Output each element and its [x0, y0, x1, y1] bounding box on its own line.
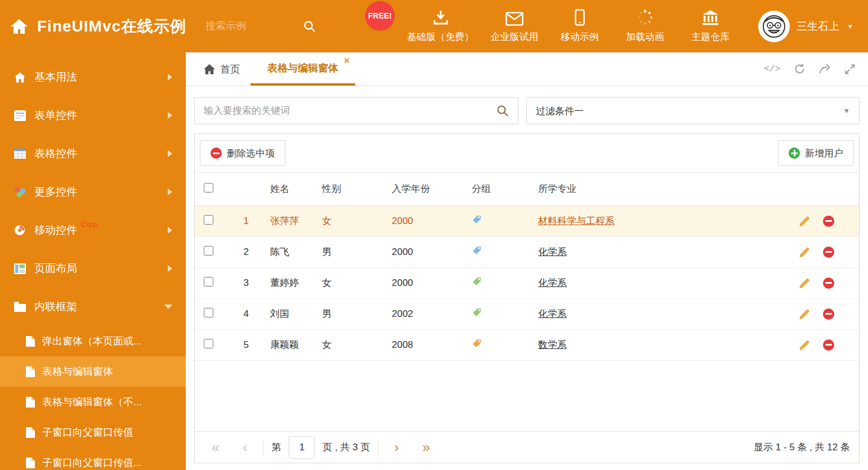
- chevron-right-icon: [168, 74, 172, 80]
- last-page-button[interactable]: »: [414, 441, 437, 454]
- top-header: FineUIMvc在线示例 FREE! 基础版（免费） 企业版试用: [0, 0, 868, 52]
- user-menu[interactable]: 三生石上 ▼: [758, 11, 853, 42]
- sidebar-item-table-controls[interactable]: 表格控件: [0, 135, 186, 173]
- form-icon: [14, 109, 26, 122]
- page-total-label: 页 , 共 3 页: [323, 441, 370, 454]
- file-icon: [26, 336, 35, 347]
- major-link[interactable]: 数学系: [538, 339, 567, 350]
- loading-icon: [637, 9, 654, 26]
- table-row[interactable]: 2 陈飞 男 2000 化学系: [195, 236, 859, 267]
- nav-item-basic-free[interactable]: FREE! 基础版（免费）: [363, 0, 482, 52]
- chevron-right-icon: [168, 150, 172, 157]
- delete-icon[interactable]: [823, 216, 834, 227]
- envelope-icon: [505, 9, 524, 26]
- header-nav: FREE! 基础版（免费） 企业版试用 移动示例: [363, 0, 743, 52]
- nav-label: 基础版（免费）: [407, 30, 474, 43]
- row-number: 2: [223, 236, 252, 267]
- sidebar-subitem-label: 子窗口向父窗口传值...: [42, 456, 142, 469]
- table-row[interactable]: 1 张萍萍 女 2000 材料科学与工程系: [195, 205, 859, 236]
- row-checkbox[interactable]: [204, 246, 213, 256]
- search-icon[interactable]: [496, 105, 509, 117]
- major-link[interactable]: 化学系: [538, 247, 567, 257]
- major-link[interactable]: 化学系: [538, 277, 567, 288]
- edit-icon[interactable]: [798, 215, 811, 227]
- delete-selected-button[interactable]: 删除选中项: [200, 140, 285, 166]
- sidebar-subitem-grid-edit-window-alt[interactable]: 表格与编辑窗体（不...: [0, 387, 186, 417]
- chevron-right-icon: [168, 227, 172, 234]
- cell-year: 2000: [392, 205, 472, 236]
- delete-icon[interactable]: [823, 339, 834, 351]
- sidebar: 基本用法 表单控件 表格控件 更多控件: [0, 52, 186, 470]
- edit-icon[interactable]: [798, 308, 811, 320]
- sidebar-item-label: 页面布局: [34, 261, 77, 276]
- sidebar-item-form-controls[interactable]: 表单控件: [0, 96, 186, 135]
- edit-icon[interactable]: [798, 246, 811, 258]
- app-title: FineUIMvc在线示例: [37, 16, 186, 37]
- layout-icon: [14, 262, 26, 275]
- edit-icon[interactable]: [798, 277, 811, 289]
- keyword-search-box: [194, 97, 518, 124]
- sidebar-subitem-label: 子窗口向父窗口传值: [42, 426, 133, 439]
- mobile-icon: [575, 9, 585, 26]
- cell-year: 2000: [392, 236, 472, 267]
- file-icon: [26, 427, 35, 438]
- nav-item-loading-animation[interactable]: 加载动画: [612, 0, 678, 52]
- row-checkbox[interactable]: [204, 308, 213, 317]
- keyword-search-input[interactable]: [204, 105, 496, 117]
- major-link[interactable]: 化学系: [538, 308, 567, 319]
- select-all-checkbox[interactable]: [204, 183, 213, 193]
- tab-home[interactable]: 首页: [194, 52, 250, 86]
- brand[interactable]: FineUIMvc在线示例: [10, 16, 186, 37]
- expand-icon[interactable]: [844, 64, 856, 75]
- sidebar-subitem-grid-edit-window[interactable]: 表格与编辑窗体: [0, 356, 186, 387]
- add-user-button[interactable]: 新增用户: [778, 140, 854, 166]
- sidebar-item-page-layout[interactable]: 页面布局: [0, 249, 186, 288]
- next-page-button[interactable]: ›: [386, 441, 406, 454]
- file-icon: [26, 458, 35, 468]
- cell-gender: 女: [322, 205, 392, 236]
- main-content: 首页 表格与编辑窗体 × </>: [186, 52, 868, 470]
- nav-item-enterprise-trial[interactable]: 企业版试用: [482, 0, 547, 52]
- edit-icon[interactable]: [798, 339, 811, 351]
- table-row[interactable]: 4 刘国 男 2002 化学系: [195, 298, 859, 329]
- page-number-input[interactable]: [289, 436, 315, 459]
- row-checkbox[interactable]: [204, 339, 213, 348]
- column-group: 分组: [472, 173, 538, 205]
- first-page-button[interactable]: «: [204, 441, 227, 454]
- cell-gender: 男: [322, 298, 392, 329]
- sidebar-subitem-child-to-parent[interactable]: 子窗口向父窗口传值: [0, 417, 186, 447]
- sidebar-item-iframe[interactable]: 内联框架: [0, 288, 186, 326]
- prev-page-button[interactable]: ‹: [235, 441, 255, 454]
- sidebar-item-label: 移动控件: [34, 223, 77, 238]
- delete-icon[interactable]: [823, 277, 834, 289]
- tag-icon: [472, 338, 482, 348]
- table-row[interactable]: 5 康颖颖 女 2008 数学系: [195, 329, 859, 360]
- filter-dropdown[interactable]: 过滤条件一 ▼: [526, 97, 860, 124]
- close-icon[interactable]: ×: [344, 56, 350, 65]
- delete-button-label: 删除选中项: [227, 147, 275, 160]
- cell-gender: 女: [322, 267, 392, 298]
- delete-icon[interactable]: [823, 308, 834, 320]
- header-search: [205, 20, 335, 33]
- major-link[interactable]: 材料科学与工程系: [538, 216, 615, 226]
- row-checkbox[interactable]: [204, 277, 213, 287]
- delete-icon[interactable]: [823, 247, 834, 258]
- header-search-input[interactable]: [205, 20, 296, 32]
- search-icon[interactable]: [303, 20, 316, 33]
- code-icon[interactable]: </>: [764, 64, 780, 74]
- sidebar-item-more-controls[interactable]: 更多控件: [0, 173, 186, 211]
- row-checkbox[interactable]: [204, 215, 213, 225]
- sidebar-item-mobile-controls[interactable]: 移动控件 Corp.: [0, 211, 186, 249]
- data-table: 姓名 性别 入学年份 分组 所学专业 1 张萍萍: [195, 173, 859, 361]
- nav-item-mobile-demo[interactable]: 移动示例: [547, 0, 612, 52]
- table-icon: [14, 147, 26, 160]
- refresh-icon[interactable]: [794, 63, 806, 75]
- nav-item-theme-repo[interactable]: 主题仓库: [678, 0, 743, 52]
- sidebar-item-basic-usage[interactable]: 基本用法: [0, 58, 186, 96]
- corp-badge: Corp.: [81, 220, 99, 229]
- share-icon[interactable]: [819, 64, 831, 74]
- table-row[interactable]: 3 董婷婷 女 2000 化学系: [195, 267, 859, 298]
- sidebar-subitem-popup-window[interactable]: 弹出窗体（本页面或...: [0, 326, 186, 356]
- tab-grid-edit-window[interactable]: 表格与编辑窗体 ×: [250, 52, 355, 86]
- sidebar-subitem-child-to-parent-alt[interactable]: 子窗口向父窗口传值...: [0, 447, 186, 470]
